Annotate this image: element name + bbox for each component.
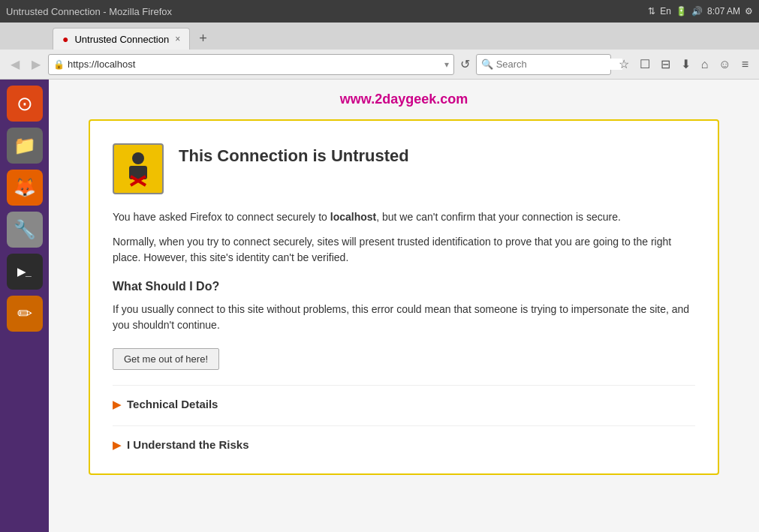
error-header: This Connection is Untrusted [113, 143, 695, 194]
error-icon-box [113, 143, 164, 194]
error-advice: If you usually connect to this site with… [113, 302, 695, 333]
tab-close-button[interactable]: × [175, 34, 180, 44]
active-tab[interactable]: ● Untrusted Connection × [53, 28, 190, 50]
what-to-do-title: What Should I Do? [113, 278, 695, 296]
technical-details-section: ▶ Technical Details [113, 385, 695, 410]
understand-risks-label: I Understand the Risks [127, 438, 249, 451]
error-title: This Connection is Untrusted [179, 146, 409, 166]
sidebar: ⊙ 📁 🦊 🔧 ▶_ ✏ [0, 80, 49, 532]
tab-error-icon: ● [62, 33, 68, 45]
tray-battery: 🔋 [676, 6, 687, 17]
title-bar-text: Untrusted Connection - Mozilla Firefox [6, 6, 172, 17]
editor-icon: ✏ [17, 303, 32, 324]
sidebar-item-files[interactable]: 📁 [7, 128, 43, 164]
terminal-icon: ▶_ [17, 266, 32, 278]
error-host: localhost [330, 211, 376, 223]
technical-details-label: Technical Details [127, 398, 218, 410]
understand-risks-header[interactable]: ▶ I Understand the Risks [113, 438, 695, 451]
browser-content: www.2daygeek.com Th [49, 80, 759, 532]
error-card: This Connection is Untrusted You have as… [89, 119, 719, 475]
error-body: You have asked Firefox to connect secure… [113, 209, 695, 370]
sidebar-item-ubuntu[interactable]: ⊙ [7, 86, 43, 122]
escape-button[interactable]: Get me out of here! [113, 348, 219, 370]
watermark: www.2daygeek.com [61, 92, 747, 107]
menu-button[interactable]: ≡ [737, 55, 753, 74]
title-bar: Untrusted Connection - Mozilla Firefox ⇅… [0, 0, 759, 23]
settings-icon: 🔧 [14, 219, 36, 240]
account-button[interactable]: ☺ [714, 55, 735, 74]
tab-label: Untrusted Connection [74, 34, 169, 45]
technical-details-header[interactable]: ▶ Technical Details [113, 398, 695, 410]
error-intro: You have asked Firefox to connect secure… [113, 209, 695, 225]
files-icon: 📁 [14, 135, 36, 156]
svg-point-1 [132, 152, 144, 164]
watermark-text: www.2daygeek.com [340, 92, 468, 107]
download-button[interactable]: ⬇ [676, 54, 695, 74]
tray-time: 8:07 AM [707, 6, 740, 17]
security-button[interactable]: ☐ [635, 54, 655, 74]
technical-details-arrow: ▶ [113, 398, 121, 410]
tray-volume: 🔊 [691, 6, 703, 17]
search-input[interactable] [496, 59, 622, 70]
title-bar-left: Untrusted Connection - Mozilla Firefox [6, 6, 172, 17]
address-input[interactable] [68, 59, 441, 70]
forward-button[interactable]: ▶ [27, 54, 45, 74]
understand-risks-arrow: ▶ [113, 439, 121, 451]
error-normal-text: Normally, when you try to connect secure… [113, 234, 695, 266]
bookmark-button[interactable]: ☆ [614, 54, 634, 74]
search-icon: 🔍 [481, 59, 493, 70]
understand-risks-section: ▶ I Understand the Risks [113, 425, 695, 451]
ubuntu-icon: ⊙ [17, 92, 33, 116]
pocket-button[interactable]: ⊟ [656, 54, 675, 74]
back-button[interactable]: ◀ [6, 54, 24, 74]
sidebar-item-editor[interactable]: ✏ [7, 296, 43, 332]
untrusted-icon [116, 146, 161, 191]
search-bar[interactable]: 🔍 [476, 54, 611, 75]
tray-keyboard: En [660, 6, 671, 17]
home-button[interactable]: ⌂ [697, 55, 713, 74]
tray-arrows: ⇅ [648, 6, 655, 17]
tab-bar: ● Untrusted Connection × + [0, 23, 759, 50]
address-bar[interactable]: 🔒 ▾ [48, 54, 454, 75]
address-dropdown-icon[interactable]: ▾ [444, 59, 449, 70]
firefox-icon: 🦊 [14, 177, 36, 198]
navigation-bar: ◀ ▶ 🔒 ▾ ↺ 🔍 ☆ ☐ ⊟ ⬇ ⌂ ☺ ≡ [0, 50, 759, 80]
sidebar-item-terminal[interactable]: ▶_ [7, 254, 43, 290]
tray-settings[interactable]: ⚙ [745, 6, 753, 17]
sidebar-item-firefox[interactable]: 🦊 [7, 170, 43, 206]
system-tray: ⇅ En 🔋 🔊 8:07 AM ⚙ [648, 6, 753, 17]
new-tab-button[interactable]: + [193, 28, 213, 50]
sidebar-item-settings[interactable]: 🔧 [7, 212, 43, 248]
reload-button[interactable]: ↺ [457, 54, 473, 74]
lock-icon: 🔒 [53, 59, 65, 70]
nav-icons: ☆ ☐ ⊟ ⬇ ⌂ ☺ ≡ [614, 54, 753, 74]
main-layout: ⊙ 📁 🦊 🔧 ▶_ ✏ www.2daygeek.com [0, 80, 759, 532]
